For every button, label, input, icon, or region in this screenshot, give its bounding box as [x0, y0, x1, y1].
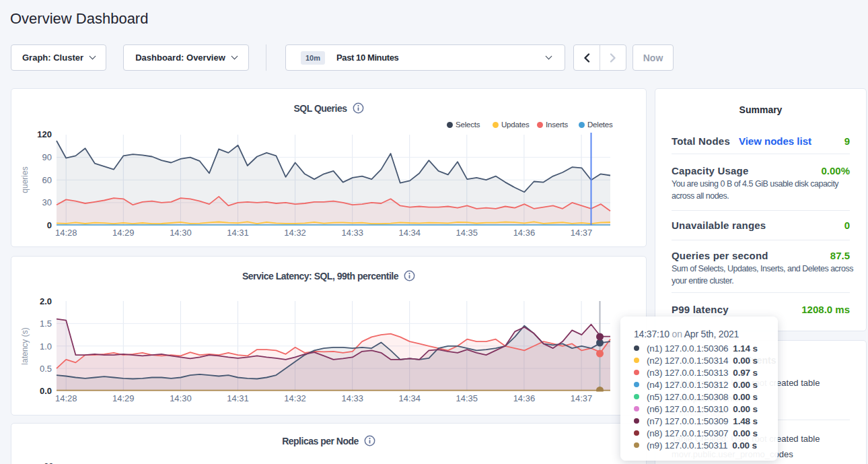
svg-text:14:36: 14:36 — [513, 393, 536, 403]
svg-text:latency (s): latency (s) — [20, 327, 30, 364]
svg-text:14:28: 14:28 — [55, 228, 77, 238]
svg-text:120: 120 — [37, 129, 52, 139]
svg-text:0.5: 0.5 — [40, 364, 52, 374]
svg-text:14:33: 14:33 — [341, 228, 363, 238]
svg-text:1.0: 1.0 — [40, 341, 52, 352]
svg-text:1.5: 1.5 — [40, 319, 52, 329]
svg-text:14:37: 14:37 — [571, 228, 593, 238]
svg-text:14:34: 14:34 — [398, 228, 421, 238]
svg-text:14:30: 14:30 — [170, 228, 192, 238]
svg-text:0: 0 — [47, 220, 52, 230]
svg-text:queries: queries — [20, 166, 30, 193]
svg-text:14:35: 14:35 — [456, 393, 478, 403]
svg-text:2.0: 2.0 — [40, 296, 52, 306]
svg-text:14:34: 14:34 — [398, 393, 421, 403]
svg-text:14:37: 14:37 — [571, 393, 593, 403]
svg-text:14:28: 14:28 — [55, 393, 77, 403]
svg-text:14:35: 14:35 — [456, 228, 478, 238]
svg-text:14:33: 14:33 — [341, 393, 363, 403]
svg-text:14:29: 14:29 — [112, 228, 135, 238]
svg-text:14:31: 14:31 — [227, 393, 249, 403]
svg-text:14:32: 14:32 — [284, 393, 306, 403]
svg-text:90: 90 — [42, 152, 52, 162]
svg-text:14:32: 14:32 — [284, 228, 306, 238]
svg-text:14:30: 14:30 — [170, 393, 192, 403]
svg-text:14:31: 14:31 — [227, 228, 249, 238]
svg-text:60: 60 — [42, 175, 52, 185]
svg-text:0.0: 0.0 — [40, 386, 52, 396]
svg-text:14:36: 14:36 — [513, 228, 536, 238]
svg-text:30: 30 — [42, 197, 52, 207]
svg-text:14:29: 14:29 — [112, 393, 135, 403]
